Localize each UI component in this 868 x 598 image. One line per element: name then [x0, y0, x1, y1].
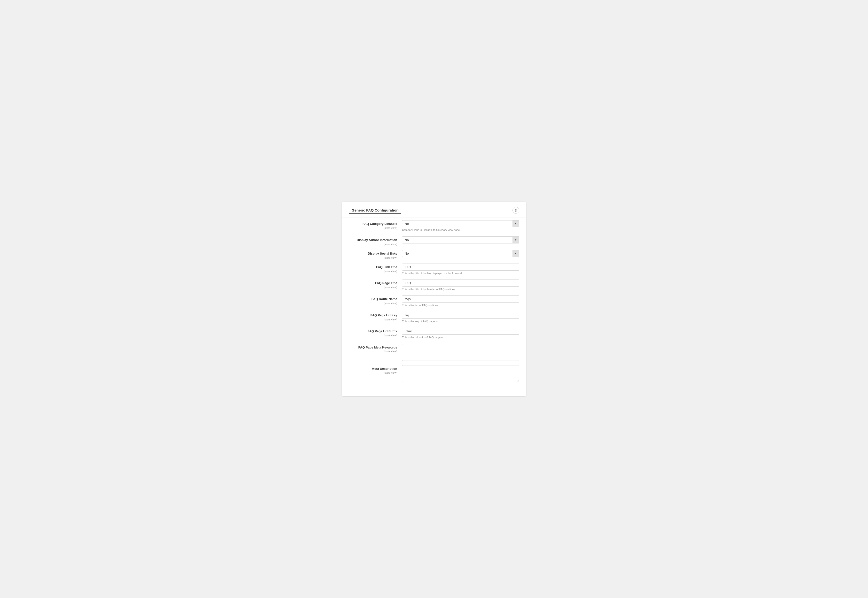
field-label-faq_page_meta_keywords: FAQ Page Meta Keywords: [349, 345, 397, 350]
control-col-faq_category_linkable: NoYes▼Category Tabs is Linkable to Categ…: [402, 220, 519, 232]
form-row-faq_category_linkable: FAQ Category Linkable[store view]NoYes▼C…: [349, 220, 519, 232]
field-sublabel-display_social_links: [store view]: [349, 256, 397, 259]
field-label-faq_link_title: FAQ Link Title: [349, 265, 397, 269]
form-row-display_author_information: Display Author Information[store view]No…: [349, 236, 519, 246]
field-label-display_author_information: Display Author Information: [349, 238, 397, 242]
field-sublabel-faq_link_title: [store view]: [349, 270, 397, 273]
field-sublabel-faq_page_title: [store view]: [349, 286, 397, 289]
field-label-faq_route_name: FAQ Route Name: [349, 297, 397, 301]
form-row-faq_page_url_suffix: FAQ Page Url Suffix[store view]This is t…: [349, 328, 519, 339]
textarea-meta_description[interactable]: [402, 365, 519, 382]
panel-title: Generic FAQ Configuration: [349, 207, 401, 214]
label-col-display_social_links: Display Social links[store view]: [349, 250, 402, 259]
control-col-faq_page_url_key: This is the key of FAQ page url.: [402, 312, 519, 323]
input-faq_link_title[interactable]: [402, 263, 519, 271]
form-row-meta_description: Meta Description[store view]: [349, 365, 519, 382]
label-col-faq_page_meta_keywords: FAQ Page Meta Keywords[store view]: [349, 344, 402, 353]
field-sublabel-faq_page_url_suffix: [store view]: [349, 334, 397, 337]
label-col-faq_route_name: FAQ Route Name[store view]: [349, 296, 402, 305]
field-label-faq_page_url_key: FAQ Page Url Key: [349, 313, 397, 317]
label-col-meta_description: Meta Description[store view]: [349, 365, 402, 374]
select-wrapper-display_author_information: NoYes▼: [402, 236, 519, 244]
form-row-faq_link_title: FAQ Link Title[store view]This is the ti…: [349, 263, 519, 275]
control-col-meta_description: [402, 365, 519, 382]
select-display_social_links[interactable]: NoYes: [402, 250, 519, 257]
label-col-faq_page_title: FAQ Page Title[store view]: [349, 280, 402, 289]
collapse-button[interactable]: ⊛: [513, 207, 519, 214]
select-display_author_information[interactable]: NoYes: [402, 236, 519, 244]
form-row-faq_page_meta_keywords: FAQ Page Meta Keywords[store view]: [349, 344, 519, 361]
field-sublabel-display_author_information: [store view]: [349, 243, 397, 246]
form-row-display_social_links: Display Social links[store view]NoYes▼: [349, 250, 519, 259]
field-label-faq_page_title: FAQ Page Title: [349, 281, 397, 286]
field-sublabel-faq_category_linkable: [store view]: [349, 227, 397, 229]
configuration-panel: Generic FAQ Configuration ⊛ FAQ Category…: [342, 202, 526, 396]
control-col-display_social_links: NoYes▼: [402, 250, 519, 257]
control-col-faq_route_name: This is Router of FAQ sections: [402, 296, 519, 307]
select-wrapper-faq_category_linkable: NoYes▼: [402, 220, 519, 227]
hint-faq_page_title: This is the title of the header of FAQ s…: [402, 287, 519, 291]
panel-header: Generic FAQ Configuration ⊛: [342, 202, 526, 218]
input-faq_route_name[interactable]: [402, 296, 519, 302]
hint-faq_link_title: This is the title of the link displayed …: [402, 272, 519, 275]
field-label-display_social_links: Display Social links: [349, 252, 397, 256]
select-faq_category_linkable[interactable]: NoYes: [402, 220, 519, 227]
label-col-faq_category_linkable: FAQ Category Linkable[store view]: [349, 220, 402, 229]
select-wrapper-display_social_links: NoYes▼: [402, 250, 519, 257]
form-row-faq_route_name: FAQ Route Name[store view]This is Router…: [349, 296, 519, 307]
form-table: FAQ Category Linkable[store view]NoYes▼C…: [342, 220, 526, 382]
control-col-faq_page_meta_keywords: [402, 344, 519, 361]
textarea-faq_page_meta_keywords[interactable]: [402, 344, 519, 361]
input-faq_page_title[interactable]: [402, 280, 519, 287]
field-label-faq_category_linkable: FAQ Category Linkable: [349, 222, 397, 226]
hint-faq_page_url_suffix: This is the url suffix of FAQ page url.: [402, 336, 519, 339]
form-row-faq_page_url_key: FAQ Page Url Key[store view]This is the …: [349, 312, 519, 323]
hint-faq_category_linkable: Category Tabs is Linkable to Category vi…: [402, 228, 519, 232]
control-col-display_author_information: NoYes▼: [402, 236, 519, 244]
input-faq_page_url_suffix[interactable]: [402, 328, 519, 335]
field-sublabel-faq_route_name: [store view]: [349, 302, 397, 305]
label-col-display_author_information: Display Author Information[store view]: [349, 236, 402, 246]
field-sublabel-faq_page_meta_keywords: [store view]: [349, 350, 397, 353]
label-col-faq_page_url_key: FAQ Page Url Key[store view]: [349, 312, 402, 321]
field-sublabel-faq_page_url_key: [store view]: [349, 318, 397, 321]
label-col-faq_page_url_suffix: FAQ Page Url Suffix[store view]: [349, 328, 402, 337]
label-col-faq_link_title: FAQ Link Title[store view]: [349, 263, 402, 273]
input-faq_page_url_key[interactable]: [402, 312, 519, 319]
hint-faq_page_url_key: This is the key of FAQ page url.: [402, 320, 519, 323]
hint-faq_route_name: This is Router of FAQ sections: [402, 303, 519, 307]
control-col-faq_link_title: This is the title of the link displayed …: [402, 263, 519, 275]
field-sublabel-meta_description: [store view]: [349, 371, 397, 374]
control-col-faq_page_title: This is the title of the header of FAQ s…: [402, 280, 519, 291]
field-label-meta_description: Meta Description: [349, 367, 397, 371]
field-label-faq_page_url_suffix: FAQ Page Url Suffix: [349, 329, 397, 333]
form-row-faq_page_title: FAQ Page Title[store view]This is the ti…: [349, 280, 519, 291]
control-col-faq_page_url_suffix: This is the url suffix of FAQ page url.: [402, 328, 519, 339]
